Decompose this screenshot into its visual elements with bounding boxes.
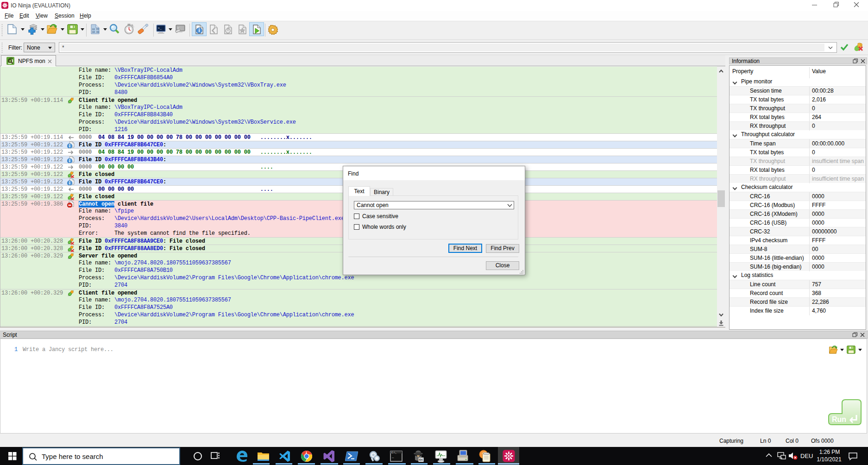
svg-text:0A 00: 0A 00	[92, 31, 99, 34]
svg-text:>_: >_	[158, 26, 162, 30]
svg-text:Run: Run	[832, 415, 846, 423]
svg-text:_: _	[391, 455, 394, 459]
svg-text:C:\_: C:\_	[391, 452, 396, 454]
svg-text:64: 64	[419, 458, 423, 461]
